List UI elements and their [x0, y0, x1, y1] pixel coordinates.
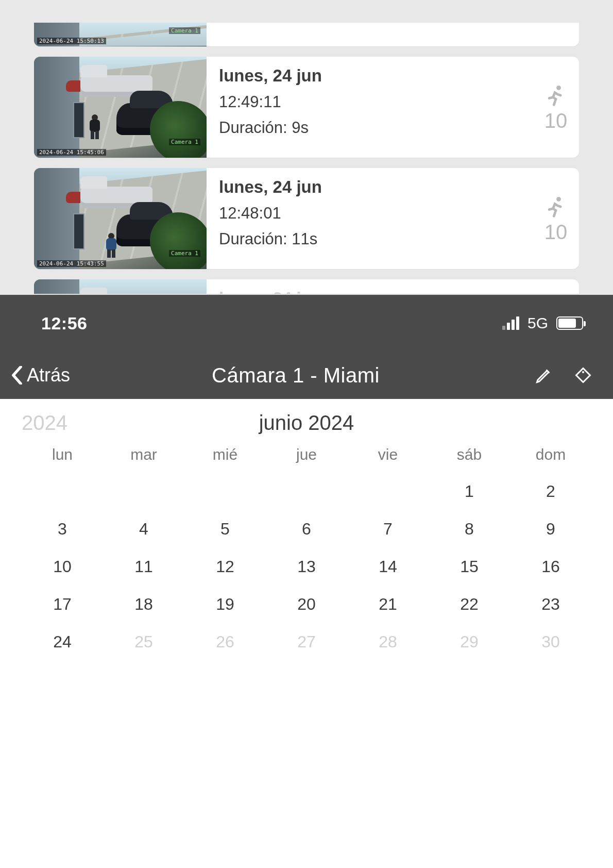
calendar-dow: mar — [103, 446, 184, 463]
event-card[interactable]: Camera 1 2024-06-24 15:50:13 — [34, 23, 579, 46]
calendar-day[interactable]: 26 — [184, 632, 266, 652]
back-button[interactable]: Atrás — [11, 364, 70, 386]
event-date: lunes, 24 jun — [219, 66, 529, 86]
back-label: Atrás — [27, 364, 70, 386]
signal-bars-icon — [502, 316, 519, 330]
calendar-day[interactable]: 18 — [103, 595, 184, 614]
network-type: 5G — [527, 314, 548, 332]
calendar-day[interactable]: 3 — [22, 520, 103, 539]
calendar-dow: lun — [22, 446, 103, 463]
calendar-year-hint[interactable]: 2024 — [22, 411, 90, 435]
status-bar: 12:56 5G — [0, 295, 613, 352]
person-icon — [106, 233, 116, 258]
calendar-day[interactable]: 29 — [429, 632, 510, 652]
svg-point-0 — [556, 86, 561, 90]
calendar-day[interactable]: 8 — [429, 520, 510, 539]
detection-count: 10 — [544, 222, 568, 242]
calendar-dow: mié — [184, 446, 266, 463]
calendar-day[interactable]: 12 — [184, 557, 266, 576]
calendar-day[interactable]: 25 — [103, 632, 184, 652]
status-clock: 12:56 — [41, 313, 87, 333]
calendar-grid: lunmarmiéjueviesábdom1234567891011121314… — [22, 446, 591, 652]
calendar-day[interactable]: 19 — [184, 595, 266, 614]
event-duration: Duración: 11s — [219, 230, 529, 248]
calendar-day[interactable]: 17 — [22, 595, 103, 614]
svg-point-1 — [556, 197, 561, 202]
event-date: lunes, 24 jun — [219, 177, 529, 197]
calendar-dow: vie — [347, 446, 429, 463]
calendar-day[interactable]: 23 — [510, 595, 591, 614]
phone-screen: 12:56 5G Atrás Cámara 1 - Miami — [0, 295, 613, 868]
calendar-day[interactable]: 13 — [266, 557, 347, 576]
event-info: lunes, 24 jun — [207, 279, 533, 294]
calendar-day[interactable]: 2 — [510, 482, 591, 501]
calendar-day[interactable]: 9 — [510, 520, 591, 539]
event-thumbnail[interactable]: Camera 1 2024-06-24 15:43:55 — [34, 168, 207, 269]
event-duration: Duración: 9s — [219, 119, 529, 137]
event-card[interactable]: Camera 1 2024-06-24 15:45:06 lunes, 24 j… — [34, 57, 579, 158]
thumb-timestamp: 2024-06-24 15:43:55 — [37, 260, 106, 267]
camera-label: Camera 1 — [169, 139, 200, 145]
event-date: lunes, 24 jun — [219, 289, 529, 294]
event-thumbnail[interactable]: Camera 1 2024-06-24 15:45:06 — [34, 57, 207, 158]
camera-label: Camera 1 — [169, 27, 200, 34]
calendar-day[interactable]: 16 — [510, 557, 591, 576]
svg-point-2 — [582, 371, 584, 373]
event-card[interactable]: Camera 1 2024-06-24 15:43:55 lunes, 24 j… — [34, 168, 579, 269]
calendar-day[interactable]: 1 — [429, 482, 510, 501]
calendar-dow: jue — [266, 446, 347, 463]
nav-title: Cámara 1 - Miami — [75, 364, 516, 387]
event-list: Camera 1 2024-06-24 15:50:13 Camera 1 20… — [0, 0, 613, 295]
calendar-day[interactable]: 15 — [429, 557, 510, 576]
person-icon — [90, 114, 100, 139]
thumb-timestamp: 2024-06-24 15:50:13 — [37, 38, 106, 44]
calendar-day[interactable]: 7 — [347, 520, 429, 539]
calendar-day[interactable]: 11 — [103, 557, 184, 576]
edit-button[interactable] — [533, 364, 555, 387]
thumb-timestamp: 2024-06-24 15:45:06 — [37, 149, 106, 156]
calendar-day[interactable]: 20 — [266, 595, 347, 614]
calendar-day[interactable]: 6 — [266, 520, 347, 539]
running-person-icon — [544, 84, 567, 107]
event-thumbnail[interactable] — [34, 279, 207, 294]
calendar-day[interactable]: 21 — [347, 595, 429, 614]
event-info: lunes, 24 jun 12:49:11 Duración: 9s — [207, 57, 533, 158]
camera-label: Camera 1 — [169, 250, 200, 257]
calendar-day[interactable]: 22 — [429, 595, 510, 614]
calendar-dow: sáb — [429, 446, 510, 463]
tag-button[interactable] — [572, 364, 594, 387]
running-person-icon — [544, 195, 567, 219]
nav-bar: Atrás Cámara 1 - Miami — [0, 352, 613, 399]
pencil-icon — [535, 366, 553, 385]
event-info: lunes, 24 jun 12:48:01 Duración: 11s — [207, 168, 533, 269]
chevron-left-icon — [11, 366, 23, 385]
event-thumbnail[interactable]: Camera 1 2024-06-24 15:50:13 — [34, 23, 207, 46]
calendar-day[interactable]: 30 — [510, 632, 591, 652]
calendar-day[interactable]: 24 — [22, 632, 103, 652]
calendar-day[interactable]: 28 — [347, 632, 429, 652]
motion-badge: 10 — [533, 168, 579, 269]
calendar-day[interactable]: 5 — [184, 520, 266, 539]
event-time: 12:48:01 — [219, 204, 529, 223]
calendar-day[interactable]: 4 — [103, 520, 184, 539]
calendar-day[interactable]: 10 — [22, 557, 103, 576]
calendar-dow: dom — [510, 446, 591, 463]
calendar-month-label: junio 2024 — [90, 411, 523, 435]
battery-icon — [556, 316, 583, 330]
detection-count: 10 — [544, 110, 568, 131]
calendar-day[interactable]: 27 — [266, 632, 347, 652]
event-card[interactable]: lunes, 24 jun — [34, 279, 579, 294]
calendar: 2024 junio 2024 lunmarmiéjueviesábdom123… — [0, 399, 613, 652]
tag-icon — [574, 366, 592, 385]
motion-badge: 10 — [533, 57, 579, 158]
event-time: 12:49:11 — [219, 93, 529, 111]
calendar-day[interactable]: 14 — [347, 557, 429, 576]
